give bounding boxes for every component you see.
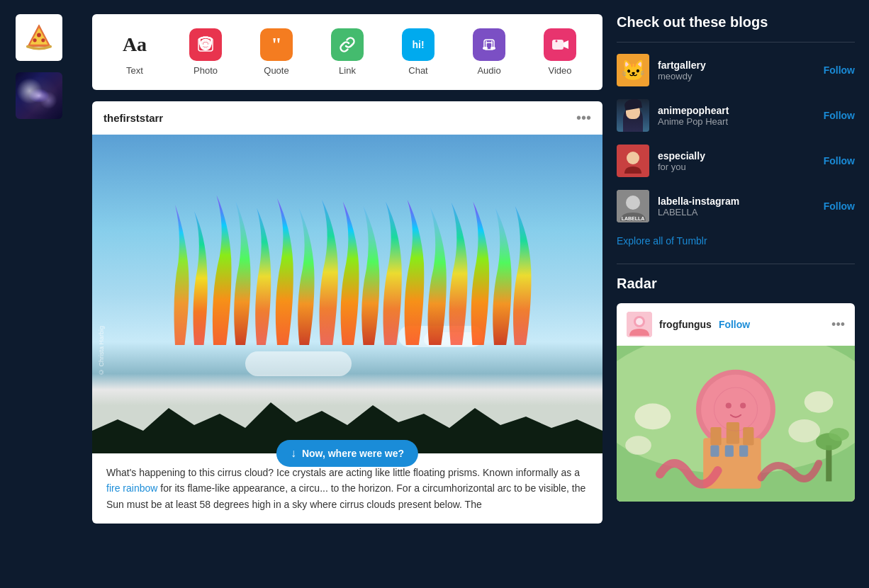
svg-point-11 — [208, 40, 210, 41]
blog-desc-animepopheart: Anime Pop Heart — [658, 116, 815, 127]
radar-card: frogfungus Follow ••• — [617, 303, 855, 502]
scroll-arrow-icon: ↓ — [291, 447, 296, 460]
svg-rect-16 — [552, 40, 564, 50]
post-type-chat[interactable]: hi! Chat — [402, 28, 434, 76]
text-icon: Aa — [118, 28, 151, 61]
link-icon — [331, 28, 364, 61]
post-type-quote[interactable]: " Quote — [260, 28, 293, 76]
photo-label: Photo — [194, 65, 218, 76]
right-sidebar: Check out these blogs 🐱 fartgallery meow… — [617, 0, 869, 588]
post-header: thefirststarr ••• — [92, 101, 602, 135]
post-card: thefirststarr ••• — [92, 101, 602, 524]
blog-desc-fartgallery: meowdy — [658, 71, 815, 81]
post-type-text[interactable]: Aa Text — [118, 28, 151, 76]
section-divider — [617, 42, 855, 43]
blog-item-especially: especially for you Follow — [617, 145, 855, 177]
blog-info-especially: especially for you — [658, 150, 815, 172]
svg-point-3 — [37, 33, 41, 38]
post-image: © Christa Harbig — [92, 135, 602, 453]
radar-menu-button[interactable]: ••• — [831, 317, 845, 332]
blog-item-animepopheart: animepopheart Anime Pop Heart Follow — [617, 99, 855, 132]
video-icon — [544, 28, 576, 61]
post-author: thefirststarr — [103, 112, 163, 124]
quote-icon: " — [260, 28, 293, 61]
svg-point-4 — [33, 38, 37, 42]
scroll-notification[interactable]: ↓ Now, where were we? — [276, 440, 418, 467]
radar-user-avatar[interactable] — [627, 312, 652, 337]
svg-point-25 — [636, 318, 643, 325]
radar-user-info: frogfungus Follow — [627, 312, 750, 337]
check-blogs-section: Check out these blogs 🐱 fartgallery meow… — [617, 14, 855, 502]
chat-label: Chat — [408, 65, 427, 76]
svg-point-15 — [491, 47, 495, 50]
blog-info-animepopheart: animepopheart Anime Pop Heart — [658, 105, 815, 127]
radar-post-header: frogfungus Follow ••• — [617, 303, 855, 346]
blog-avatar-especially[interactable] — [617, 145, 649, 177]
photo-watermark: © Christa Harbig — [98, 326, 105, 375]
svg-text:LABELLA: LABELLA — [622, 216, 645, 221]
svg-rect-31 — [710, 427, 721, 445]
post-types-bar: Aa Text Photo — [109, 28, 585, 76]
svg-point-17 — [556, 40, 558, 43]
user-avatar-pizza[interactable] — [16, 14, 62, 61]
radar-post-image — [617, 346, 855, 502]
blog-username-fartgallery: fartgallery — [658, 60, 815, 71]
scroll-notification-label: Now, where were we? — [302, 448, 404, 459]
quote-label: Quote — [264, 65, 288, 76]
radar-title: Radar — [617, 276, 855, 292]
blog-avatar-animepopheart[interactable] — [617, 99, 649, 132]
follow-button-labella[interactable]: Follow — [824, 200, 855, 212]
svg-rect-35 — [725, 446, 734, 457]
text-label: Text — [126, 65, 143, 76]
blog-username-especially: especially — [658, 150, 815, 162]
follow-button-fartgallery[interactable]: Follow — [824, 64, 855, 76]
radar-follow-button[interactable]: Follow — [719, 319, 750, 330]
blog-username-labella: labella-instagram — [658, 196, 815, 207]
post-creator: Aa Text Photo — [92, 14, 602, 90]
link-label: Link — [339, 65, 356, 76]
explore-tumblr-link[interactable]: Explore all of Tumblr — [617, 235, 855, 247]
follow-button-animepopheart[interactable]: Follow — [824, 110, 855, 121]
blog-info-labella: labella-instagram LABELLA — [658, 196, 815, 217]
svg-point-37 — [634, 403, 671, 429]
svg-point-10 — [204, 43, 208, 47]
svg-rect-32 — [743, 427, 753, 445]
audio-icon — [473, 28, 505, 61]
svg-point-21 — [626, 196, 640, 210]
blog-desc-especially: for you — [658, 162, 815, 172]
svg-point-14 — [483, 47, 487, 50]
svg-rect-33 — [727, 422, 739, 444]
blog-avatar-labella[interactable]: LABELLA — [617, 190, 649, 222]
svg-point-45 — [726, 402, 731, 408]
blog-desc-labella: LABELLA — [658, 207, 815, 217]
radar-divider — [617, 264, 855, 264]
follow-button-especially[interactable]: Follow — [824, 155, 855, 166]
photo-icon — [189, 28, 222, 61]
blog-item-fartgallery: 🐱 fartgallery meowdy Follow — [617, 54, 855, 86]
post-type-video[interactable]: Video — [544, 28, 576, 76]
blog-username-animepopheart: animepopheart — [658, 105, 815, 116]
svg-point-39 — [788, 419, 820, 443]
post-type-photo[interactable]: Photo — [189, 28, 222, 76]
fire-rainbow-link[interactable]: fire rainbow — [106, 482, 157, 494]
svg-rect-34 — [710, 446, 719, 457]
chat-icon: hi! — [402, 28, 434, 61]
audio-label: Audio — [477, 65, 500, 76]
left-sidebar — [0, 0, 78, 588]
main-content: Aa Text Photo — [78, 0, 617, 588]
svg-point-5 — [41, 38, 45, 42]
svg-point-43 — [829, 428, 849, 441]
post-menu-button[interactable]: ••• — [576, 110, 591, 126]
blog-info-fartgallery: fartgallery meowdy — [658, 60, 815, 81]
blog-item-labella: LABELLA labella-instagram LABELLA Follow — [617, 190, 855, 222]
post-type-audio[interactable]: Audio — [473, 28, 505, 76]
svg-point-40 — [625, 436, 651, 454]
svg-point-19 — [627, 152, 639, 164]
svg-point-46 — [740, 402, 746, 408]
blog-avatar-fartgallery[interactable]: 🐱 — [617, 54, 649, 86]
svg-rect-36 — [739, 446, 748, 457]
radar-username: frogfungus — [659, 319, 712, 330]
user-avatar-galaxy[interactable] — [16, 72, 62, 119]
svg-rect-41 — [826, 446, 831, 482]
post-type-link[interactable]: Link — [331, 28, 364, 76]
